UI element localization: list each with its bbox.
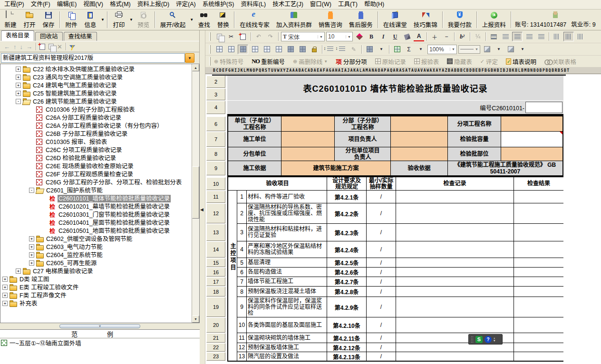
result-cell[interactable] <box>514 333 563 343</box>
result-cell[interactable] <box>514 224 563 241</box>
redo-icon[interactable]: ↷ <box>265 32 276 41</box>
menu-help[interactable]: 帮助(H) <box>361 0 388 9</box>
font-color-button[interactable]: A <box>414 32 424 41</box>
result-cell[interactable] <box>514 191 563 203</box>
record-cell[interactable] <box>396 317 514 333</box>
picture-icon[interactable] <box>364 45 375 54</box>
sample-cell[interactable]: / <box>367 203 396 223</box>
tree-item-c27[interactable]: C27 电梯质量验收记录 <box>0 267 191 275</box>
row-header-4[interactable]: 4 <box>206 101 225 114</box>
tree-item-c26f[interactable]: C26F 分部工程观感质量检查记录 <box>0 170 191 178</box>
row-header-9[interactable]: 9 <box>206 161 225 175</box>
tree-item-eclass[interactable]: E类 工程竣工验收文件 <box>0 283 191 291</box>
bold-button[interactable]: B <box>366 32 377 41</box>
special-symbol-button[interactable]: ⊕特殊符号 <box>214 57 243 66</box>
acceptance-basis-value[interactable]: 《建筑节能工程施工质量验收规范》 GB 50411-2007 <box>448 161 562 175</box>
line-spacing-icon[interactable] <box>325 45 335 54</box>
original-record-button[interactable]: 原始记录 <box>375 57 406 66</box>
batch-capacity-input[interactable] <box>501 132 562 147</box>
nav-left-icon[interactable]: ← <box>4 44 10 50</box>
panel-splitter[interactable]: ∨ <box>0 323 200 329</box>
shade-color-dropdown-icon[interactable]: ▼ <box>517 45 528 54</box>
row-header-22[interactable]: 22 <box>206 343 225 352</box>
tree-item-c2605[interactable]: C2605_可再生能源 <box>0 259 191 267</box>
stamp-icon[interactable] <box>392 45 402 54</box>
zoom-select[interactable]: 100%▼ <box>427 45 457 54</box>
toolbar-grip[interactable] <box>209 45 211 54</box>
vertical-text-icon[interactable] <box>552 32 562 41</box>
toolbar-grip[interactable] <box>209 32 211 41</box>
record-cell[interactable] <box>396 191 514 203</box>
menu-project[interactable]: 工程(P) <box>1 0 28 9</box>
tab-search-results[interactable]: 查找结果 <box>64 32 97 41</box>
row-header-14[interactable]: 14 <box>206 241 225 258</box>
align-right-icon[interactable] <box>524 32 534 41</box>
result-cell[interactable] <box>514 203 563 223</box>
example-item[interactable]: 一~五层①~⑫轴南立面外墙 <box>0 338 200 347</box>
menu-library[interactable]: 资料库(L) <box>237 0 269 9</box>
expand-plus-icon[interactable] <box>16 67 21 72</box>
menu-view[interactable]: 视图(V) <box>80 0 107 9</box>
delete-icon[interactable]: ✕ <box>57 43 62 50</box>
scroll-thumb[interactable] <box>192 166 199 219</box>
pay-button[interactable]: 我要付款 <box>445 10 475 29</box>
sample-cell[interactable]: / <box>367 287 396 297</box>
expand-collapse-button[interactable]: 展开/收起 <box>157 10 189 29</box>
result-cell[interactable] <box>514 317 563 333</box>
align-center-icon[interactable] <box>512 32 523 41</box>
expand-plus-icon[interactable] <box>16 83 21 88</box>
highlight-icon[interactable] <box>354 32 365 41</box>
online-class-button[interactable]: 在线课堂 <box>380 10 410 29</box>
delete-column-icon[interactable] <box>273 45 284 54</box>
form-number-input[interactable] <box>525 102 562 113</box>
tree-item-c26c[interactable]: C26C 分项工程质量验收记录 <box>0 146 191 154</box>
subitem-button[interactable]: 项分部分项 <box>336 57 367 66</box>
record-cell[interactable] <box>396 277 514 286</box>
tree-item-c26[interactable]: C26 建筑节能施工质量验收记录 <box>0 97 191 105</box>
assess-button[interactable]: ✓评定 <box>480 57 498 66</box>
subcontractor-manager-value[interactable] <box>391 147 447 161</box>
sample-cell[interactable]: / <box>367 268 396 277</box>
result-cell[interactable] <box>514 343 563 352</box>
split-cells-icon[interactable] <box>250 45 260 54</box>
splitter-handle[interactable]: ∨ <box>59 324 140 328</box>
sample-cell[interactable]: / <box>367 317 396 333</box>
find-button[interactable]: 查找 <box>194 10 213 29</box>
print-dropdown-arrow[interactable]: ▼ <box>128 10 134 29</box>
sogou-icon[interactable] <box>475 336 483 343</box>
expand-plus-icon[interactable] <box>29 260 34 266</box>
row-header-16[interactable]: 16 <box>206 268 225 277</box>
toolbar-grip[interactable] <box>209 57 211 66</box>
record-cell[interactable] <box>396 352 514 361</box>
underline-button[interactable]: U <box>390 32 400 41</box>
batch-location-value[interactable] <box>501 147 562 161</box>
justify-box-icon[interactable] <box>488 32 499 41</box>
row-header-10[interactable]: 10 <box>206 177 225 190</box>
menu-report[interactable]: 资料上报(D) <box>134 0 173 9</box>
floating-more-icon[interactable]: ▪▾ <box>494 337 495 342</box>
floating-grip[interactable] <box>471 336 474 343</box>
menu-window[interactable]: 窗口(W) <box>307 0 335 9</box>
row-header-12[interactable]: 12 <box>206 203 225 223</box>
add-note-icon[interactable] <box>39 44 45 50</box>
row-header-19[interactable]: 19 <box>206 297 225 317</box>
scroll-down-icon[interactable]: ▼ <box>192 316 199 323</box>
expand-plus-icon[interactable] <box>2 277 8 282</box>
row-header-15[interactable]: 15 <box>206 258 225 267</box>
result-cell[interactable] <box>514 297 563 317</box>
insert-column-icon[interactable] <box>262 45 272 54</box>
record-cell[interactable] <box>396 258 514 267</box>
fill-color-icon[interactable] <box>402 32 412 41</box>
fraction-button[interactable]: ¼ <box>473 32 483 41</box>
subcontractor-value[interactable] <box>281 147 334 161</box>
expand-plus-icon[interactable] <box>29 236 34 241</box>
record-cell[interactable] <box>396 297 514 317</box>
copy-icon[interactable] <box>214 32 224 41</box>
expand-plus-icon[interactable] <box>2 301 8 306</box>
info-button[interactable]: 信息 <box>81 10 100 29</box>
record-cell[interactable] <box>396 203 514 223</box>
expand-plus-icon[interactable] <box>29 244 34 249</box>
vertical-text-right-icon[interactable] <box>575 32 586 41</box>
line-style-select[interactable]: ▼ <box>458 45 480 54</box>
increase-icon[interactable]: ＋ <box>429 32 440 41</box>
